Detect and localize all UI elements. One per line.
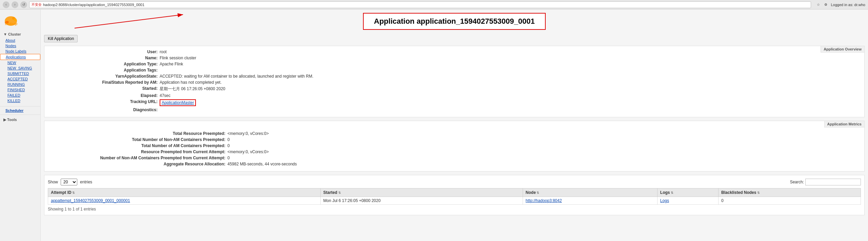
sidebar: hadoop ▼ Cluster About Nodes Node Labels…	[0, 9, 41, 241]
back-button[interactable]: ‹	[3, 1, 9, 8]
cluster-section-title[interactable]: ▼ Cluster	[0, 31, 40, 38]
label-type: Application Type:	[51, 62, 160, 66]
metrics-row-resource-preempted: Resource Preempted from Current Attempt:…	[51, 149, 857, 154]
sidebar-item-about[interactable]: About	[0, 38, 40, 43]
value-started: 星期一七月 06 17:26:05 +0800 2020	[160, 86, 225, 92]
sidebar-item-nodes[interactable]: Nodes	[0, 43, 40, 48]
sidebar-sub-accepted[interactable]: ACCEPTED	[0, 76, 40, 82]
node-link[interactable]: http://hadoop3:8042	[526, 198, 562, 203]
search-label: Search:	[790, 180, 804, 184]
metrics-content: Total Resource Preempted: <memory:0, vCo…	[51, 124, 857, 166]
metrics-label-am: Total Number of AM Containers Preempted:	[51, 143, 227, 148]
label-started: Started:	[51, 86, 160, 92]
sidebar-item-scheduler[interactable]: Scheduler	[0, 108, 40, 113]
metrics-label-preempted: Total Resource Preempted:	[51, 131, 227, 136]
tools-section-title[interactable]: ▶ Tools	[0, 116, 40, 123]
metrics-label-non-am: Total Number of Non-AM Containers Preemp…	[51, 137, 227, 142]
attempt-id-link[interactable]: appattempt_1594027553009_0001_000001	[51, 198, 130, 203]
metrics-value-non-am: 0	[227, 137, 230, 142]
value-tracking: ApplicationMaster	[160, 99, 196, 106]
metrics-value-preempted: <memory:0, vCores:0>	[227, 131, 269, 136]
info-row-user: User: root	[51, 49, 857, 54]
sidebar-sub-running[interactable]: RUNNING	[0, 82, 40, 87]
action-bar: Kill Application	[44, 35, 865, 42]
info-row-name: Name: Flink session cluster	[51, 56, 857, 60]
info-row-elapsed: Elapsed: 47sec	[51, 93, 857, 98]
sidebar-divider	[0, 106, 40, 106]
info-row-started: Started: 星期一七月 06 17:26:05 +0800 2020	[51, 86, 857, 92]
value-name: Flink session cluster	[160, 56, 196, 60]
metrics-value-am: 0	[227, 143, 230, 148]
value-type: Apache Flink	[160, 62, 183, 66]
table-controls: Show 20 10 50 100 entries Search:	[48, 179, 861, 185]
page-title: Application application_1594027553009_00…	[363, 13, 545, 30]
table-panel: Show 20 10 50 100 entries Search: Attemp…	[44, 175, 865, 215]
address-bar[interactable]: 不安全 hadoop2:8088/cluster/app/application…	[29, 1, 811, 8]
info-row-type: Application Type: Apache Flink	[51, 62, 857, 66]
sidebar-sub-failed[interactable]: FAILED	[0, 93, 40, 98]
browser-bar: ‹ › ↺ 不安全 hadoop2:8088/cluster/app/appli…	[0, 0, 868, 9]
info-row-diagnostics: Diagnostics:	[51, 107, 857, 112]
kill-application-button[interactable]: Kill Application	[44, 35, 78, 42]
extension-icon[interactable]: ⚙	[823, 2, 829, 8]
forward-button[interactable]: ›	[12, 1, 18, 8]
page-title-banner: Application application_1594027553009_00…	[44, 13, 865, 30]
label-elapsed: Elapsed:	[51, 93, 160, 98]
main-layout: hadoop ▼ Cluster About Nodes Node Labels…	[0, 9, 868, 241]
show-select[interactable]: 20 10 50 100	[61, 179, 77, 185]
arrow-annotation	[71, 11, 207, 32]
info-row-tags: Application Tags:	[51, 68, 857, 73]
sidebar-sub-new[interactable]: NEW	[0, 60, 40, 65]
cluster-section: ▼ Cluster About Nodes Node Labels Applic…	[0, 31, 40, 103]
info-row-tracking: Tracking URL: ApplicationMaster	[51, 99, 857, 106]
metrics-row-non-am-current: Number of Non-AM Containers Preempted fr…	[51, 156, 857, 160]
label-diagnostics: Diagnostics:	[51, 107, 160, 112]
metrics-value-resource-preempted: <memory:0, vCores:0>	[227, 149, 269, 154]
cell-logs: Logs	[657, 197, 718, 205]
url-text: hadoop2:8088/cluster/app/application_159…	[43, 3, 144, 7]
attempts-table: Attempt ID Started Node Logs Blacklisted…	[48, 188, 861, 205]
info-row-final-status: FinalStatus Reported by AM: Application …	[51, 80, 857, 85]
label-tracking: Tracking URL:	[51, 99, 160, 106]
table-row: appattempt_1594027553009_0001_000001 Mon…	[48, 197, 861, 205]
metrics-row-preempted: Total Resource Preempted: <memory:0, vCo…	[51, 131, 857, 136]
metrics-value-non-am-current: 0	[227, 156, 230, 160]
info-row-yarn-state: YarnApplicationState: ACCEPTED: waiting …	[51, 74, 857, 79]
col-started[interactable]: Started	[320, 188, 523, 197]
metrics-label-aggregate: Aggregate Resource Allocation:	[51, 162, 227, 166]
label-name: Name:	[51, 56, 160, 60]
sidebar-sub-finished[interactable]: FINISHED	[0, 87, 40, 93]
logs-link[interactable]: Logs	[660, 198, 669, 203]
metrics-label-non-am-current: Number of Non-AM Containers Preempted fr…	[51, 156, 227, 160]
svg-line-6	[75, 15, 183, 28]
col-node[interactable]: Node	[523, 188, 657, 197]
sidebar-sub-new-saving[interactable]: NEW_SAVING	[0, 65, 40, 71]
application-overview-panel: Application Overview User: root Name: Fl…	[44, 46, 865, 117]
sidebar-item-applications[interactable]: Applications	[0, 54, 40, 60]
value-yarn-state: ACCEPTED: waiting for AM container to be…	[160, 74, 314, 79]
cell-attempt-id: appattempt_1594027553009_0001_000001	[48, 197, 321, 205]
sidebar-sub-submitted[interactable]: SUBMITTED	[0, 71, 40, 76]
col-blacklisted[interactable]: Blacklisted Nodes	[719, 188, 861, 197]
label-user: User:	[51, 49, 160, 54]
tools-section: ▶ Tools	[0, 116, 40, 123]
label-yarn-state: YarnApplicationState:	[51, 74, 160, 79]
application-metrics-panel: Application Metrics Total Resource Preem…	[44, 121, 865, 172]
user-badge: Logged in as: dr.who	[831, 3, 865, 7]
main-content: Application application_1594027553009_00…	[41, 9, 868, 241]
showing-text: Showing 1 to 1 of 1 entries	[48, 207, 861, 212]
browser-icons: ☆ ⚙	[815, 2, 829, 8]
value-user: root	[160, 49, 167, 54]
hadoop-logo: hadoop	[0, 12, 40, 31]
cell-blacklisted: 0	[719, 197, 861, 205]
bookmark-icon[interactable]: ☆	[815, 2, 821, 8]
sidebar-item-node-labels[interactable]: Node Labels	[0, 48, 40, 54]
search-input[interactable]	[805, 179, 861, 185]
hadoop-elephant-icon: hadoop	[3, 15, 19, 27]
metrics-row-am: Total Number of AM Containers Preempted:…	[51, 143, 857, 148]
col-attempt-id[interactable]: Attempt ID	[48, 188, 321, 197]
tracking-url-link[interactable]: ApplicationMaster	[162, 100, 194, 105]
refresh-button[interactable]: ↺	[20, 1, 27, 8]
sidebar-sub-killed[interactable]: KILLED	[0, 98, 40, 103]
col-logs[interactable]: Logs	[657, 188, 718, 197]
